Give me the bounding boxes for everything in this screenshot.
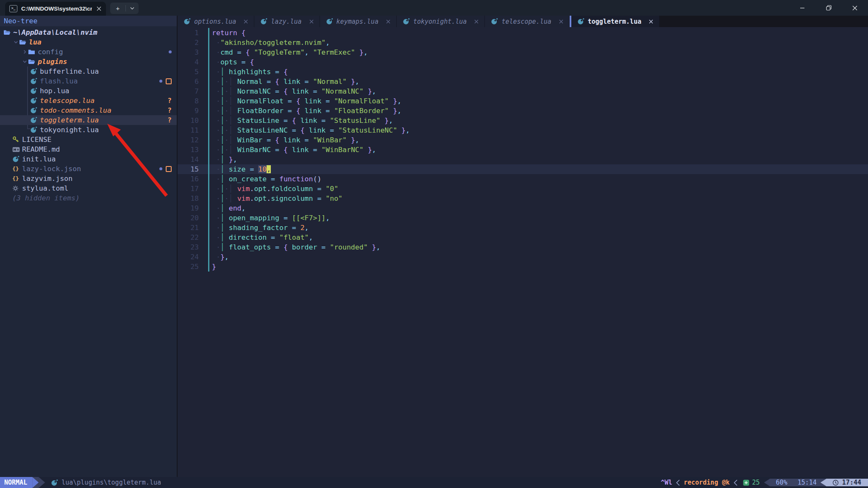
neotree-item-stylua.toml[interactable]: stylua.toml (0, 183, 177, 193)
buffer-tab-label: lazy.lua (271, 18, 301, 25)
line-number: 2 (178, 38, 202, 47)
close-buffer-icon[interactable] (309, 19, 314, 24)
neotree-item-hop.lua[interactable]: hop.lua (0, 86, 177, 96)
buffer-tab-keymaps.lua[interactable]: keymaps.lua (320, 16, 397, 27)
code-line-19[interactable]: 19 ·│ end, (178, 203, 868, 213)
code-line-13[interactable]: 13 ·│·│ WinBarNC = { link = "WinBarNC" }… (178, 145, 868, 155)
code-line-11[interactable]: 11 ·│·│ StatusLineNC = { link = "StatusL… (178, 125, 868, 135)
code-line-9[interactable]: 9 ·│·│ FloatBorder = { link = "FloatBord… (178, 106, 868, 116)
code-line-10[interactable]: 10 ·│·│ StatusLine = { link = "StatusLin… (178, 116, 868, 125)
buffer-tab-label: telescope.lua (501, 18, 551, 25)
neotree-item-flash.lua[interactable]: flash.lua (0, 76, 177, 86)
git-added-sign (202, 155, 211, 164)
key-icon (12, 136, 22, 143)
neotree-item-label: README.md (22, 145, 60, 153)
main-area: Neo-tree ~\AppData\Local\nvimluaconfigpl… (0, 16, 868, 477)
neotree-item-toggleterm.lua[interactable]: toggleterm.lua? (0, 115, 177, 125)
code-line-12[interactable]: 12 ·│·│ WinBar = { link = "WinBar" }, (178, 135, 868, 145)
restore-button[interactable] (815, 0, 842, 16)
code-line-7[interactable]: 7 ·│·│ NormalNC = { link = "NormalNC" }, (178, 86, 868, 96)
neotree-item-plugins[interactable]: plugins (0, 57, 177, 67)
new-tab-button[interactable]: + (110, 5, 125, 12)
close-buffer-icon[interactable] (649, 19, 653, 24)
code-line-20[interactable]: 20 ·│ open_mapping = [[<F7>]], (178, 213, 868, 223)
neotree-item-readme.md[interactable]: README.md (0, 144, 177, 154)
chevron-down-icon[interactable] (21, 59, 28, 64)
code-line-25[interactable]: 25} (178, 262, 868, 272)
code-line-4[interactable]: 4 ·opts = { (178, 57, 868, 67)
neotree-item-telescope.lua[interactable]: telescope.lua? (0, 96, 177, 105)
code-line-8[interactable]: 8 ·│·│ NormalFloat = { link = "NormalFlo… (178, 96, 868, 106)
code-line-24[interactable]: 24 ·}, (178, 252, 868, 262)
neotree-item-tokyonight.lua[interactable]: tokyonight.lua (0, 125, 177, 135)
item-status-indicators (159, 78, 172, 84)
neotree-item-init.lua[interactable]: init.lua (0, 154, 177, 164)
neotree-item-license[interactable]: LICENSE (0, 135, 177, 144)
git-added-sign (202, 223, 211, 233)
lua-icon (30, 78, 40, 85)
code-line-22[interactable]: 22 ·│ direction = "float", (178, 233, 868, 242)
terminal-tab-title: C:\WINDOWS\system32\cmd. (21, 6, 92, 12)
neotree-item-label: ~\AppData\Local\nvim (13, 28, 97, 36)
neotree-item-label: plugins (38, 58, 67, 66)
code-text: ·│·│ vim.opt.foldcolumn = "0" (211, 184, 338, 194)
item-status-indicators: ? (167, 97, 172, 104)
neotree-item-lazyvim.json[interactable]: {}lazyvim.json (0, 174, 177, 183)
code-line-15[interactable]: 15 ·│ size = 10, (178, 164, 868, 174)
titlebar: >_ C:\WINDOWS\system32\cmd. + (0, 0, 868, 16)
close-buffer-icon[interactable] (559, 19, 563, 24)
code-line-16[interactable]: 16 ·│ on_create = function() (178, 174, 868, 184)
unstaged-square-icon (166, 78, 172, 84)
minimize-button[interactable] (789, 0, 815, 16)
neotree-item--3-hidden-items-[interactable]: (3 hidden items) (0, 193, 177, 203)
chevron-left-icon (676, 480, 680, 486)
neotree-item-config[interactable]: config (0, 47, 177, 57)
neotree-item-label: lazy-lock.json (22, 165, 81, 173)
code-text: } (211, 262, 216, 272)
code-line-17[interactable]: 17 ·│·│ vim.opt.foldcolumn = "0" (178, 184, 868, 194)
buffer-tab-toggleterm.lua[interactable]: toggleterm.lua (570, 16, 659, 27)
close-buffer-icon[interactable] (244, 19, 248, 24)
buffer-tab-telescope.lua[interactable]: telescope.lua (485, 16, 569, 27)
code-line-6[interactable]: 6 ·│·│ Normal = { link = "Normal" }, (178, 77, 868, 86)
neotree-item-lazy-lock.json[interactable]: {}lazy-lock.json (0, 164, 177, 174)
code-line-21[interactable]: 21 ·│ shading_factor = 2, (178, 223, 868, 233)
terminal-tab[interactable]: >_ C:\WINDOWS\system32\cmd. (5, 2, 106, 16)
neotree-item-todo-comments.lua[interactable]: todo-comments.lua? (0, 105, 177, 115)
git-untracked-icon: ? (167, 117, 172, 124)
chevron-down-icon[interactable] (12, 40, 19, 44)
chevron-right-icon[interactable] (21, 50, 28, 54)
buffer-tab-tokyonight.lua[interactable]: tokyonight.lua (397, 16, 485, 27)
bufferline: options.lualazy.luakeymaps.luatokyonight… (178, 16, 868, 27)
code-line-23[interactable]: 23 ·│ float_opts = { border = "rounded" … (178, 242, 868, 252)
close-buffer-icon[interactable] (386, 19, 390, 24)
line-number: 20 (178, 213, 202, 223)
buffer-tab-options.lua[interactable]: options.lua (178, 16, 254, 27)
code-editor[interactable]: 1return {2 ·"akinsho/toggleterm.nvim",3 … (178, 27, 868, 477)
close-window-button[interactable] (842, 0, 868, 16)
windows-terminal-window: >_ C:\WINDOWS\system32\cmd. + (0, 0, 868, 488)
git-added-sign (202, 145, 211, 155)
line-number: 16 (178, 174, 202, 184)
code-line-2[interactable]: 2 ·"akinsho/toggleterm.nvim", (178, 38, 868, 47)
lua-file-icon (577, 18, 584, 25)
close-buffer-icon[interactable] (474, 19, 479, 24)
tab-dropdown-button[interactable] (126, 7, 139, 10)
terminal-tab-close-icon[interactable] (96, 6, 102, 12)
neotree-item-lua[interactable]: lua (0, 37, 177, 47)
code-text: return { (211, 28, 245, 38)
code-line-14[interactable]: 14 ·│ }, (178, 155, 868, 164)
json-icon: {} (12, 175, 22, 182)
statusline-filepath-group: lua\plugins\toggleterm.lua (51, 477, 161, 488)
neotree-item-bufferline.lua[interactable]: bufferline.lua (0, 67, 177, 76)
code-line-5[interactable]: 5 ·│ highlights = { (178, 67, 868, 77)
neotree-item--appdata-local-nvim[interactable]: ~\AppData\Local\nvim (0, 28, 177, 37)
git-added-sign (202, 194, 211, 203)
neotree-item-label: lazyvim.json (22, 175, 72, 183)
code-line-3[interactable]: 3 ·cmd = { "ToggleTerm", "TermExec" }, (178, 47, 868, 57)
code-line-1[interactable]: 1return { (178, 28, 868, 38)
gear-icon (12, 185, 22, 191)
neotree-item-label: stylua.toml (22, 184, 68, 192)
buffer-tab-lazy.lua[interactable]: lazy.lua (254, 16, 320, 27)
code-line-18[interactable]: 18 ·│·│ vim.opt.signcolumn = "no" (178, 194, 868, 203)
